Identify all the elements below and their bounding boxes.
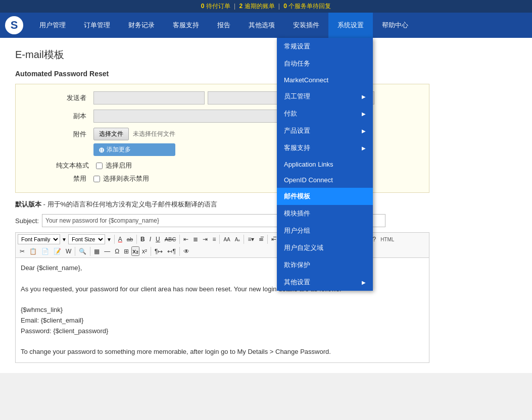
menu-auto-tasks-label: 自动任务	[284, 59, 310, 68]
no-file-text: 未选择任何文件	[133, 130, 175, 138]
subscript-button[interactable]: x₂	[131, 246, 139, 256]
nav-order-mgmt-label: 订单管理	[84, 21, 110, 30]
menu-module-plugins[interactable]: 模块插件	[277, 205, 373, 222]
html-button[interactable]: HTML	[378, 236, 396, 243]
editor-line-5: {$whmcs_link}Email: {$client_email}Passw…	[21, 305, 424, 336]
abc-button[interactable]: ABC	[163, 235, 178, 243]
nav-system-settings[interactable]: 系统设置 常规设置 自动任务 MarketConnect 员工管理 ▶ 付款	[328, 13, 373, 38]
toolbar-sep2	[136, 235, 137, 244]
menu-fraud-protection[interactable]: 欺诈保护	[277, 256, 373, 274]
separator1: |	[234, 3, 237, 10]
underline-button[interactable]: U	[154, 235, 162, 244]
find-replace-button[interactable]: 🔍	[77, 247, 88, 256]
font-size-select[interactable]: Font Size	[68, 234, 105, 244]
menu-product-settings[interactable]: 产品设置 ▶	[277, 122, 373, 139]
menu-general-settings[interactable]: 常规设置	[277, 38, 373, 55]
table-button[interactable]: ▦	[92, 247, 102, 256]
nav-other-options[interactable]: 其他选项	[239, 13, 284, 38]
menu-openid-connect[interactable]: OpenID Connect	[277, 172, 373, 188]
paste-word-button[interactable]: W	[64, 247, 73, 256]
logo: S	[5, 16, 25, 34]
nav-help-center-label: 帮助中心	[382, 21, 408, 30]
special-chars-button[interactable]: Ω	[113, 247, 121, 256]
toolbar-sep10	[90, 247, 90, 256]
nav-order-mgmt[interactable]: 订单管理	[75, 13, 119, 38]
default-version-label: 默认版本	[15, 200, 41, 208]
copy-button[interactable]: 📋	[27, 247, 39, 256]
strikethrough-button[interactable]: ab	[125, 235, 135, 243]
nav-help-center[interactable]: 帮助中心	[373, 13, 417, 38]
menu-payment-label: 付款	[284, 109, 297, 118]
copy-label: 副本	[56, 112, 86, 121]
nav-support[interactable]: 客服支持	[164, 13, 208, 38]
add-more-label: 添加更多	[107, 145, 131, 154]
disable-checkbox[interactable]	[93, 176, 100, 182]
italic-button[interactable]: I	[148, 235, 153, 244]
toolbar-sep6	[267, 235, 268, 244]
arrow-icon: ▶	[362, 128, 366, 134]
font-family-select[interactable]: Font Family	[18, 234, 60, 244]
disable-label: 禁用	[56, 174, 86, 183]
toolbar-sep5	[244, 235, 244, 244]
add-more-button[interactable]: ⊕ 添加更多	[93, 143, 175, 156]
font-size-down-button[interactable]: Aₐ	[233, 236, 243, 243]
font-size-up-button[interactable]: AA	[221, 236, 232, 243]
overdue-label: 逾期的账单	[245, 3, 275, 10]
main-content: E-mail模板 Automated Password Reset 发送者 副本…	[0, 38, 532, 373]
plain-text-checkbox[interactable]	[96, 163, 103, 169]
toolbar-sep3	[179, 235, 180, 244]
bold-button[interactable]: B	[138, 235, 147, 244]
arrow-icon: ▶	[362, 94, 366, 99]
menu-staff-mgmt[interactable]: 员工管理 ▶	[277, 88, 373, 105]
toolbar-sep11	[151, 247, 151, 256]
align-left-button[interactable]: ⇤	[181, 235, 190, 244]
ordered-list-button[interactable]: ≡̅	[257, 235, 266, 244]
sender-name-input[interactable]	[93, 91, 205, 104]
font-color-button[interactable]: A	[116, 235, 124, 244]
menu-email-templates-label: 邮件模板	[284, 192, 310, 201]
align-center-button[interactable]: ≣	[191, 235, 200, 244]
page-title: E-mail模板	[15, 48, 517, 62]
menu-customer-support[interactable]: 客服支持 ▶	[277, 139, 373, 156]
align-justify-button[interactable]: ≡	[210, 235, 218, 244]
menu-auto-tasks[interactable]: 自动任务	[277, 55, 373, 72]
top-bar: 0 待付订单 | 2 逾期的账单 | 0 个服务单待回复	[0, 0, 532, 13]
nav-finance[interactable]: 财务记录	[119, 13, 164, 38]
header: S 用户管理 订单管理 财务记录 客服支持 报告 其他选项 安装插件 系统设置	[0, 13, 532, 38]
menu-payment[interactable]: 付款 ▶	[277, 105, 373, 122]
menu-fraud-protection-label: 欺诈保护	[284, 260, 310, 270]
horizontal-rule-button[interactable]: —	[102, 247, 112, 256]
menu-market-connect-label: MarketConnect	[284, 76, 328, 84]
arrow-icon: ▶	[362, 280, 366, 285]
direction-rtl-button[interactable]: ↤¶	[165, 247, 177, 256]
toolbar-sep9	[75, 247, 75, 256]
cut-button[interactable]: ✂	[18, 247, 27, 256]
default-version: 默认版本 - 用于%的语言和任何地方没有定义电子邮件模板翻译的语言	[15, 200, 517, 209]
nav-install-plugins-label: 安装插件	[293, 21, 319, 30]
direction-ltr-button[interactable]: ¶↦	[153, 247, 165, 256]
menu-market-connect[interactable]: MarketConnect	[277, 72, 373, 88]
menu-user-groups[interactable]: 用户分组	[277, 222, 373, 239]
menu-openid-connect-label: OpenID Connect	[284, 176, 333, 184]
preview-button[interactable]: 👁	[181, 247, 191, 256]
logo-circle: S	[5, 16, 23, 34]
toolbar-sep4	[219, 235, 220, 244]
nav-reports[interactable]: 报告	[208, 13, 239, 38]
align-right-button[interactable]: ⇥	[201, 235, 210, 244]
choose-file-button[interactable]: 选择文件	[93, 128, 129, 140]
menu-application-links[interactable]: Application Links	[277, 156, 373, 172]
system-settings-dropdown: 常规设置 自动任务 MarketConnect 员工管理 ▶ 付款 ▶ 产品设置	[277, 38, 373, 291]
paste-button[interactable]: 📄	[39, 247, 51, 256]
menu-user-custom-area[interactable]: 用户自定义域	[277, 239, 373, 256]
unordered-list-button[interactable]: ≡▾	[246, 235, 256, 244]
nav-user-mgmt[interactable]: 用户管理	[30, 13, 75, 38]
pagebreak-button[interactable]: ⊞	[122, 247, 131, 256]
paste-text-button[interactable]: 📝	[52, 247, 63, 256]
default-version-desc: - 用于%的语言和任何地方没有定义电子邮件模板翻译的语言	[41, 200, 217, 208]
superscript-button[interactable]: x²	[140, 247, 149, 256]
arrow-icon: ▶	[362, 145, 366, 151]
form-section-title: Automated Password Reset	[15, 70, 517, 78]
menu-other-settings[interactable]: 其他设置 ▶	[277, 274, 373, 291]
menu-email-templates[interactable]: 邮件模板	[277, 188, 373, 205]
nav-install-plugins[interactable]: 安装插件	[284, 13, 328, 38]
